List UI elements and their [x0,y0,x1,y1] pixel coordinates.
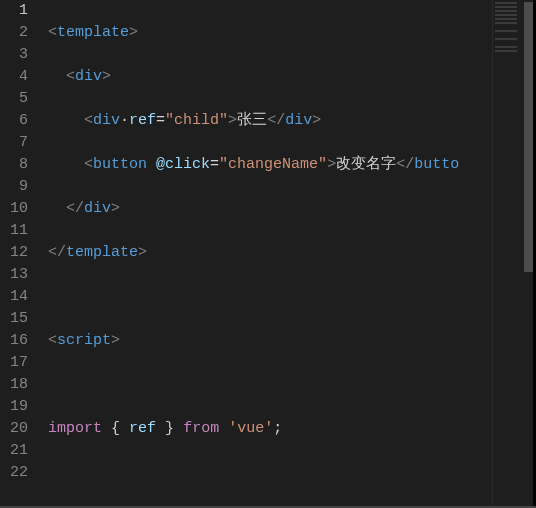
code-line[interactable]: </template> [48,242,492,264]
minimap[interactable] [492,0,522,508]
line-number: 17 [0,352,40,374]
code-line[interactable] [48,286,492,308]
line-number-gutter: 1 2 3 4 5 6 7 8 9 10 11 12 13 14 15 16 1… [0,0,40,508]
line-number: 4 [0,66,40,88]
code-line[interactable] [48,374,492,396]
code-editor[interactable]: 1 2 3 4 5 6 7 8 9 10 11 12 13 14 15 16 1… [0,0,536,508]
line-number: 11 [0,220,40,242]
line-number: 22 [0,462,40,484]
line-number: 19 [0,396,40,418]
line-number: 13 [0,264,40,286]
code-line[interactable]: <div> [48,66,492,88]
code-line[interactable]: </div> [48,198,492,220]
code-line[interactable] [48,462,492,484]
line-number: 10 [0,198,40,220]
line-number: 5 [0,88,40,110]
code-line[interactable]: <button @click="changeName">改变名字</butto [48,154,492,176]
code-line[interactable]: import { ref } from 'vue'; [48,418,492,440]
line-number: 15 [0,308,40,330]
line-number: 1 [0,0,40,22]
line-number: 21 [0,440,40,462]
line-number: 8 [0,154,40,176]
line-number: 6 [0,110,40,132]
line-number: 7 [0,132,40,154]
code-area[interactable]: <template> <div> <div·ref="child">张三</di… [40,0,492,508]
line-number: 16 [0,330,40,352]
line-number: 2 [0,22,40,44]
line-number: 20 [0,418,40,440]
line-number: 14 [0,286,40,308]
line-number: 3 [0,44,40,66]
line-number: 9 [0,176,40,198]
line-number: 12 [0,242,40,264]
code-line[interactable]: <div·ref="child">张三</div> [48,110,492,132]
code-line[interactable]: <script> [48,330,492,352]
code-line[interactable]: <template> [48,22,492,44]
line-number: 18 [0,374,40,396]
